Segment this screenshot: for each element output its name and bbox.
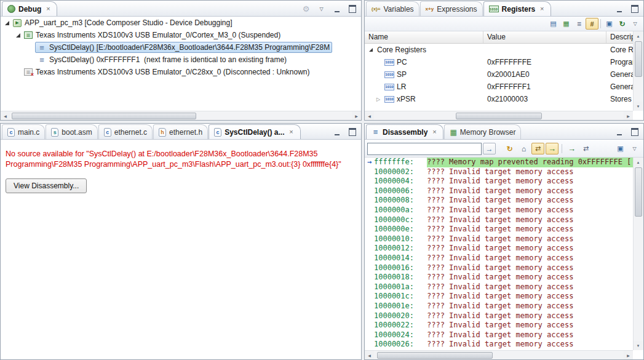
maximize-icon[interactable]: [346, 126, 359, 138]
scrollbar-thumb[interactable]: [12, 113, 196, 119]
disassembly-row[interactable]: 10000022: ???? Invalid target memory acc…: [365, 321, 633, 330]
scroll-right-icon[interactable]: ▶: [352, 111, 361, 120]
minimize-icon[interactable]: [613, 3, 626, 15]
disassembly-row[interactable]: 10000002: ???? Invalid target memory acc…: [365, 167, 633, 177]
debug-horizontal-scrollbar[interactable]: ◀ ▶: [1, 111, 361, 120]
expander-icon[interactable]: [3, 21, 10, 25]
editor-tab[interactable]: boot.asm: [46, 124, 97, 139]
debug-tree-row[interactable]: SysCtlDelay() [E:/bootloader\F28M36x_Boo…: [1, 41, 361, 54]
address-input[interactable]: [367, 143, 482, 155]
scroll-down-icon[interactable]: ▼: [634, 102, 643, 111]
view-tab[interactable]: Memory Browser: [444, 124, 521, 139]
disassembly-row[interactable]: 1000000a: ???? Invalid target memory acc…: [365, 206, 633, 215]
column-name[interactable]: Name: [365, 31, 483, 43]
register-row[interactable]: Core Registers Core Reg: [365, 44, 633, 56]
scroll-left-icon[interactable]: ◀: [1, 111, 10, 120]
scrollbar-thumb[interactable]: [635, 41, 642, 77]
debug-tree-row[interactable]: Texas Instruments XDS100v3 USB Emulator_…: [1, 66, 361, 78]
disassembly-vertical-scrollbar[interactable]: ▲ ▼: [633, 158, 643, 350]
instruction-text: ???? Invalid target memory access: [427, 234, 633, 244]
view-tab[interactable]: Variables: [366, 1, 419, 16]
scrollbar-thumb[interactable]: [635, 167, 642, 217]
new-view-icon[interactable]: [603, 18, 616, 30]
close-icon[interactable]: [431, 129, 438, 136]
add-register-group-icon[interactable]: [560, 18, 573, 30]
home-icon[interactable]: [517, 143, 530, 154]
expander-icon[interactable]: [375, 97, 382, 102]
maximize-icon[interactable]: [346, 3, 359, 15]
register-row[interactable]: PC 0xFFFFFFFE Program: [365, 56, 633, 68]
register-row[interactable]: SP 0x20001AE0 General P: [365, 68, 633, 81]
core-icon: [24, 31, 33, 39]
close-icon[interactable]: [44, 6, 52, 13]
view-disassembly-button[interactable]: View Disassembly...: [6, 178, 87, 193]
disassembly-horizontal-scrollbar[interactable]: ◀ ▶: [365, 350, 633, 359]
disassembly-row[interactable]: 1000000c: ???? Invalid target memory acc…: [365, 215, 633, 225]
disassembly-row[interactable]: 10000026: ???? Invalid target memory acc…: [365, 340, 633, 350]
disassembly-row[interactable]: 10000014: ???? Invalid target memory acc…: [365, 254, 633, 263]
disassembly-row[interactable]: 10000010: ???? Invalid target memory acc…: [365, 234, 633, 244]
sync-icon[interactable]: [579, 143, 592, 154]
view-tab[interactable]: Registers: [483, 1, 552, 16]
tab-debug[interactable]: Debug: [2, 1, 57, 16]
disassembly-row[interactable]: 10000016: ???? Invalid target memory acc…: [365, 263, 633, 273]
scrollbar-thumb[interactable]: [377, 352, 493, 359]
view-tab[interactable]: Disassembly: [366, 124, 443, 139]
view-menu-icon[interactable]: [628, 143, 641, 154]
editor-tab[interactable]: ethernet.h: [153, 124, 208, 139]
view-menu-icon[interactable]: [315, 3, 328, 15]
editor-tab[interactable]: main.c: [2, 124, 45, 139]
expander-icon[interactable]: [367, 48, 375, 52]
disassembly-row[interactable]: 1000001a: ???? Invalid target memory acc…: [365, 282, 633, 292]
export-registers-icon[interactable]: [547, 18, 560, 30]
disassembly-row[interactable]: fffffffe: ???? Memory map prevented read…: [365, 158, 633, 167]
disassembly-row[interactable]: 10000008: ???? Invalid target memory acc…: [365, 196, 633, 206]
debug-tree-row[interactable]: Texas Instruments XDS100v3 USB Emulator_…: [1, 29, 361, 41]
step-icon[interactable]: [565, 143, 578, 154]
refresh-icon[interactable]: [503, 143, 516, 154]
scroll-left-icon[interactable]: ◀: [365, 111, 374, 120]
view-tab[interactable]: Expressions: [420, 1, 483, 16]
scroll-up-icon[interactable]: ▲: [634, 158, 643, 167]
scroll-left-icon[interactable]: ◀: [365, 351, 374, 359]
new-view-icon[interactable]: [614, 143, 627, 154]
tree-layout-icon[interactable]: [573, 18, 586, 30]
debug-tree-row[interactable]: APP_uart_pc_m3 [Code Composer Studio - D…: [1, 17, 361, 29]
disassembly-row[interactable]: 10000018: ???? Invalid target memory acc…: [365, 273, 633, 282]
follow-pc-icon[interactable]: [546, 143, 559, 154]
view-menu-icon[interactable]: [629, 18, 642, 30]
registers-horizontal-scrollbar[interactable]: ◀ ▶: [365, 111, 633, 120]
scroll-up-icon[interactable]: ▲: [634, 31, 643, 41]
column-value[interactable]: Value: [483, 31, 606, 43]
minimize-icon[interactable]: [613, 126, 626, 138]
disassembly-row[interactable]: 10000012: ???? Invalid target memory acc…: [365, 244, 633, 254]
expander-icon[interactable]: [14, 33, 22, 38]
scroll-right-icon[interactable]: ▶: [624, 351, 633, 359]
scroll-right-icon[interactable]: ▶: [624, 111, 633, 120]
close-icon[interactable]: [288, 129, 295, 136]
maximize-icon[interactable]: [628, 3, 641, 15]
disassembly-row[interactable]: 10000006: ???? Invalid target memory acc…: [365, 186, 633, 196]
hex-format-icon[interactable]: [586, 18, 598, 30]
scroll-down-icon[interactable]: ▼: [634, 341, 643, 350]
disassembly-row[interactable]: 1000000e: ???? Invalid target memory acc…: [365, 225, 633, 234]
minimize-icon[interactable]: [330, 3, 343, 15]
scrollbar-thumb[interactable]: [456, 113, 542, 119]
close-icon[interactable]: [538, 6, 546, 13]
register-row[interactable]: xPSR 0x21000003 Stores th: [365, 93, 633, 105]
registers-vertical-scrollbar[interactable]: ▲ ▼: [633, 31, 643, 111]
register-row[interactable]: LR 0xFFFFFFF1 General P: [365, 81, 633, 93]
disassembly-row[interactable]: 10000024: ???? Invalid target memory acc…: [365, 330, 633, 340]
disassembly-row[interactable]: 10000020: ???? Invalid target memory acc…: [365, 311, 633, 321]
refresh-icon[interactable]: [616, 18, 629, 30]
goto-address-icon[interactable]: [483, 143, 496, 154]
disassembly-row[interactable]: 1000001e: ???? Invalid target memory acc…: [365, 302, 633, 311]
editor-tab[interactable]: SysCtlDelay() a...: [209, 124, 300, 139]
minimize-icon[interactable]: [330, 126, 343, 138]
disassembly-row[interactable]: 1000001c: ???? Invalid target memory acc…: [365, 292, 633, 302]
editor-tab[interactable]: ethernet.c: [98, 124, 153, 139]
disassembly-row[interactable]: 10000004: ???? Invalid target memory acc…: [365, 177, 633, 186]
link-with-context-icon[interactable]: [531, 143, 544, 154]
debug-tree-row[interactable]: SysCtlDelay() 0xFFFFFFF1 (next frame is …: [1, 54, 361, 66]
maximize-icon[interactable]: [628, 126, 641, 138]
